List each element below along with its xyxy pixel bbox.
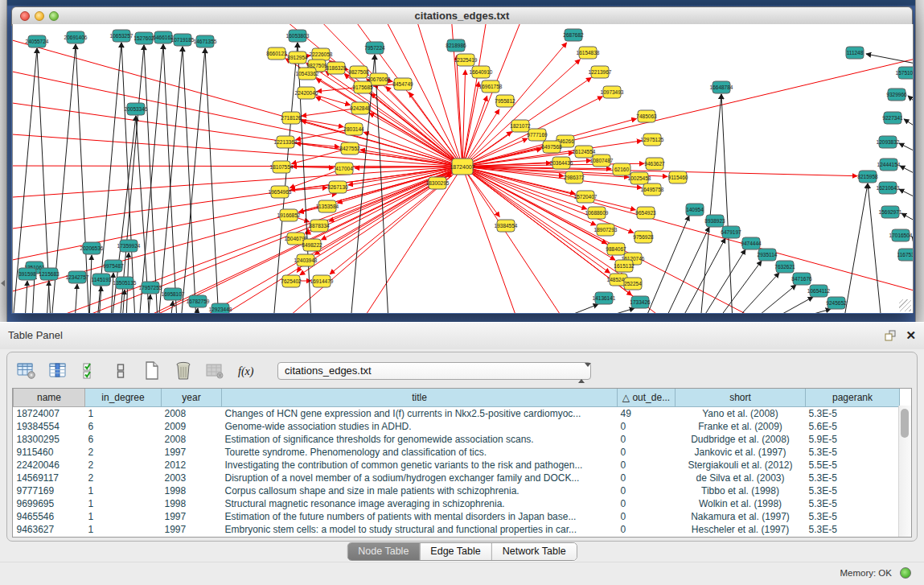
graph-node[interactable]: 1821072 xyxy=(510,120,531,132)
table-cell[interactable]: 1 xyxy=(85,484,162,497)
table-row[interactable]: 1456911722003Disruption of a novel membe… xyxy=(14,472,900,484)
graph-node[interactable]: 252254 xyxy=(624,278,642,290)
panel-collapse-arrow-icon[interactable] xyxy=(1,280,5,286)
table-cell[interactable]: 22420046 xyxy=(14,459,85,472)
column-header-out_de[interactable]: △ out_de... xyxy=(618,389,676,407)
table-cell[interactable]: Stergiakouli et al. (2012) xyxy=(676,459,806,472)
column-header-title[interactable]: title xyxy=(222,389,618,407)
table-cell[interactable]: Wolkin et al. (1998) xyxy=(676,497,806,510)
graph-node[interactable]: 6479197 xyxy=(721,226,741,238)
delete-row-icon[interactable] xyxy=(172,360,195,382)
table-cell[interactable]: 19384554 xyxy=(14,420,85,433)
graph-node[interactable]: 16154838 xyxy=(577,47,600,59)
table-cell[interactable]: Yano et al. (2008) xyxy=(676,407,806,421)
graph-node[interactable]: 16210643 xyxy=(877,182,900,194)
graph-node[interactable]: 2803144 xyxy=(343,123,364,135)
row-check-icon[interactable] xyxy=(78,360,101,382)
table-cell[interactable]: 49 xyxy=(618,407,676,421)
minimize-window-icon[interactable] xyxy=(35,11,44,21)
table-cell[interactable]: 1998 xyxy=(162,497,222,510)
table-cell[interactable]: 9699695 xyxy=(14,497,85,510)
graph-node[interactable]: 9175685 xyxy=(352,81,373,93)
resize-grip[interactable] xyxy=(899,299,911,311)
graph-node[interactable]: 12342757 xyxy=(66,271,89,283)
table-cell[interactable]: 6 xyxy=(85,420,162,433)
graph-node[interactable]: 12403948 xyxy=(294,254,318,266)
table-cell[interactable]: Disruption of a novel member of a sodium… xyxy=(222,472,618,484)
graph-node[interactable]: 9227341 xyxy=(882,112,903,124)
graph-node[interactable]: 8427552 xyxy=(339,142,360,154)
table-cell[interactable]: 5.3E-5 xyxy=(806,407,900,421)
table-cell[interactable]: 2 xyxy=(85,459,162,472)
table-select-dropdown[interactable]: citations_edges.txt xyxy=(277,362,591,380)
table-cell[interactable]: 5.3E-5 xyxy=(806,484,900,497)
graph-node[interactable]: 7957224 xyxy=(364,42,385,54)
graph-node[interactable]: 1145193 xyxy=(92,274,112,286)
graph-node[interactable]: 15692971 xyxy=(879,206,902,218)
table-cell[interactable]: 0 xyxy=(618,472,676,484)
table-cell[interactable]: 1 xyxy=(85,497,162,510)
table-cell[interactable]: Estimation of significance thresholds fo… xyxy=(222,433,618,446)
graph-node[interactable]: 19384554 xyxy=(495,220,518,232)
graph-node[interactable]: 18300295 xyxy=(426,177,450,189)
graph-node[interactable]: 1215683 xyxy=(39,268,60,280)
graph-node[interactable]: 7632621 xyxy=(774,261,795,273)
graph-node[interactable]: 18907293 xyxy=(594,224,618,236)
table-cell[interactable]: 1997 xyxy=(162,523,222,536)
graph-node[interactable]: 9884067 xyxy=(606,243,626,255)
table-cell[interactable]: 5.3E-5 xyxy=(806,510,900,523)
graph-node[interactable]: 9827508 xyxy=(348,66,369,78)
column-select-icon[interactable] xyxy=(47,360,69,382)
table-cell[interactable]: 18724007 xyxy=(14,407,85,421)
graph-node[interactable]: 1167534 xyxy=(897,249,913,261)
table-cell[interactable]: 5.9E-5 xyxy=(806,433,900,446)
table-cell[interactable]: Tibbo et al. (1998) xyxy=(676,484,806,497)
table-cell[interactable]: 1997 xyxy=(162,446,222,459)
graph-node[interactable]: 7485063 xyxy=(636,110,657,122)
table-cell[interactable]: 5.6E-5 xyxy=(806,420,900,433)
graph-node[interactable]: 19654963 xyxy=(269,186,292,198)
graph-node[interactable]: 9329966 xyxy=(886,89,907,101)
graph-node[interactable]: 17957253 xyxy=(139,282,162,294)
table-row[interactable]: 2242004622012Investigating the contribut… xyxy=(14,459,900,472)
table-row[interactable]: 946554611997Estimation of the future num… xyxy=(14,510,900,523)
column-header-short[interactable]: short xyxy=(676,389,806,407)
graph-node[interactable]: 16648784 xyxy=(710,81,733,93)
table-row[interactable]: 1830029562008Estimation of significance … xyxy=(14,433,900,446)
table-cell[interactable]: 2003 xyxy=(162,472,222,484)
graph-node[interactable]: 22420046 xyxy=(295,87,318,99)
table-cell[interactable]: 0 xyxy=(618,420,676,433)
table-row[interactable]: 946362711997Embryonic stem cells: a mode… xyxy=(14,523,900,536)
table-row[interactable]: 977716911998Corpus callosum shape and si… xyxy=(14,484,900,497)
table-cell[interactable]: 1 xyxy=(85,523,162,536)
table-cell[interactable]: Hescheler et al. (1997) xyxy=(676,523,806,536)
table-settings-icon[interactable] xyxy=(15,360,38,382)
graph-node[interactable]: 20206536 xyxy=(80,242,104,254)
table-cell[interactable]: 0 xyxy=(618,446,676,459)
table-cell[interactable]: Investigating the contribution of common… xyxy=(222,459,618,472)
table-cell[interactable]: 1 xyxy=(85,407,162,421)
graph-node[interactable]: 8218986 xyxy=(446,39,466,51)
graph-node[interactable]: 12213967 xyxy=(589,66,612,78)
graph-node[interactable]: 2986372 xyxy=(564,171,585,183)
table-cell[interactable]: Embryonic stem cells: a model to study s… xyxy=(222,523,618,536)
table-cell[interactable]: Dudbridge et al. (2008) xyxy=(676,433,806,446)
column-header-in_degree[interactable]: in_degree xyxy=(85,389,162,407)
tab-edge-table[interactable]: Edge Table xyxy=(419,543,491,560)
graph-node[interactable]: 1733426 xyxy=(630,296,651,308)
table-cell[interactable]: 6 xyxy=(85,433,162,446)
graph-node[interactable]: 2935114 xyxy=(758,249,778,261)
graph-node[interactable]: 13505135 xyxy=(113,277,137,289)
graph-node[interactable]: 16495758 xyxy=(641,183,664,196)
graph-node[interactable]: 16914479 xyxy=(310,275,334,287)
table-cell[interactable]: 2009 xyxy=(162,420,222,433)
close-window-icon[interactable] xyxy=(20,11,30,21)
table-cell[interactable]: Franke et al. (2009) xyxy=(676,420,806,433)
table-cell[interactable]: 1 xyxy=(85,510,162,523)
float-panel-icon[interactable] xyxy=(884,329,897,342)
table-cell[interactable]: Jankovic et al. (1997) xyxy=(676,446,806,459)
graph-node[interactable]: 16640910 xyxy=(470,66,493,78)
graph-node[interactable]: 12325419 xyxy=(454,54,478,66)
graph-node[interactable]: 9756928 xyxy=(633,231,654,243)
table-cell[interactable]: 2 xyxy=(85,472,162,484)
